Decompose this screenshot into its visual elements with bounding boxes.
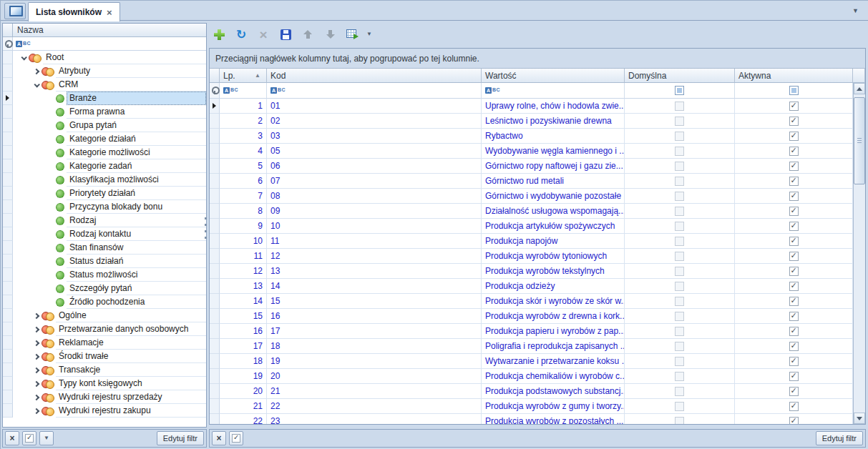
cell-domyslna[interactable] <box>625 234 735 249</box>
scroll-down-button[interactable] <box>854 413 865 424</box>
grid-filter-pin[interactable] <box>210 83 220 99</box>
cell-aktywna[interactable] <box>735 354 853 369</box>
cell-domyslna[interactable] <box>625 339 735 354</box>
tab-overflow-caret-icon[interactable]: ▼ <box>852 7 859 14</box>
tree-filter-input[interactable]: ABC <box>13 37 206 51</box>
tree-filter-clear-button[interactable]: × <box>5 431 19 445</box>
cell-aktywna[interactable] <box>735 99 853 114</box>
table-row[interactable]: 22 23 Produkcja wyrobów z pozostałych ..… <box>210 414 853 424</box>
cell-aktywna[interactable] <box>735 204 853 219</box>
tree-item[interactable]: Transakcje <box>3 363 206 377</box>
cell-domyslna[interactable] <box>625 264 735 279</box>
table-row[interactable]: 12 13 Produkcja wyrobów tekstylnych <box>210 264 853 279</box>
table-row[interactable]: 5 06 Górnictwo ropy naftowej i gazu zie.… <box>210 159 853 174</box>
cell-domyslna[interactable] <box>625 369 735 384</box>
group-by-panel[interactable]: Przeciągnij nagłówek kolumny tutaj, aby … <box>210 49 865 69</box>
table-row[interactable]: 10 11 Produkcja napojów <box>210 234 853 249</box>
table-row[interactable]: 3 03 Rybactwo <box>210 129 853 144</box>
cell-domyslna[interactable] <box>625 384 735 399</box>
expander-chevron-icon[interactable] <box>31 327 42 332</box>
tree-item[interactable]: Wydruki rejestru sprzedaży <box>3 390 206 404</box>
tree-item[interactable]: Wydruki rejestru zakupu <box>3 404 206 418</box>
expander-chevron-icon[interactable] <box>31 409 42 413</box>
tree-item[interactable]: Środki trwałe <box>3 350 206 363</box>
table-row[interactable]: 2 02 Leśnictwo i pozyskiwanie drewna <box>210 114 853 129</box>
table-row[interactable]: 9 10 Produkcja artykułów spożywczych <box>210 219 853 234</box>
tree-item[interactable]: Kategorie możliwości <box>3 146 206 159</box>
filter-input-kod[interactable]: ABC <box>267 83 482 99</box>
cell-aktywna[interactable] <box>735 114 853 129</box>
tree-item[interactable]: Przyczyna blokady bonu <box>3 200 206 214</box>
cell-aktywna[interactable] <box>735 399 853 414</box>
tree-filter-enable-checkbox[interactable] <box>22 431 36 445</box>
cell-aktywna[interactable] <box>735 294 853 309</box>
table-row[interactable]: 13 14 Produkcja odzieży <box>210 279 853 294</box>
cell-aktywna[interactable] <box>735 339 853 354</box>
cell-aktywna[interactable] <box>735 219 853 234</box>
column-header-domyslna[interactable]: Domyślna <box>625 69 735 83</box>
expander-chevron-icon[interactable] <box>31 69 42 74</box>
cell-domyslna[interactable] <box>625 414 735 424</box>
export-caret-button[interactable]: ▼ <box>363 27 376 41</box>
move-down-button[interactable] <box>323 27 336 41</box>
table-row[interactable]: 15 16 Produkcja wyrobów z drewna i kork.… <box>210 309 853 324</box>
cell-aktywna[interactable] <box>735 384 853 399</box>
filter-input-wartosc[interactable]: ABC <box>482 83 625 99</box>
cell-aktywna[interactable] <box>735 174 853 189</box>
cell-domyslna[interactable] <box>625 114 735 129</box>
table-row[interactable]: 11 12 Produkcja wyrobów tytoniowych <box>210 249 853 264</box>
tree-item[interactable]: Reklamacje <box>3 336 206 350</box>
tree-edit-filter-button[interactable]: Edytuj filtr <box>157 431 204 445</box>
column-header-wartosc[interactable]: Wartość <box>482 69 625 83</box>
home-tab-button[interactable] <box>4 3 26 19</box>
tree-item[interactable]: Źródło pochodzenia <box>3 295 206 309</box>
expander-chevron-icon[interactable] <box>31 355 42 359</box>
table-row[interactable]: 17 18 Poligrafia i reprodukcja zapisanyc… <box>210 339 853 354</box>
tree-item[interactable]: Atrybuty <box>3 64 206 78</box>
tree-item[interactable]: Root <box>3 51 206 64</box>
table-row[interactable]: 20 21 Produkcja podstawowych substancj..… <box>210 384 853 399</box>
expander-chevron-icon[interactable] <box>19 56 29 60</box>
tree-item[interactable]: Priorytety działań <box>3 187 206 200</box>
tree-filter-dropdown-button[interactable]: ▼ <box>39 431 54 445</box>
tree-item[interactable]: CRM <box>3 78 206 92</box>
table-row[interactable]: 4 05 Wydobywanie węgla kamiennego i ... <box>210 144 853 159</box>
tree-item[interactable]: Rodzaj kontaktu <box>3 227 206 241</box>
close-tab-icon[interactable]: × <box>107 8 112 17</box>
grid-filter-clear-button[interactable]: × <box>212 431 226 445</box>
filter-checkbox-aktywna[interactable] <box>735 83 853 99</box>
column-header-aktywna[interactable]: Aktywna <box>735 69 853 83</box>
move-up-button[interactable] <box>301 27 314 41</box>
cell-domyslna[interactable] <box>625 309 735 324</box>
cell-domyslna[interactable] <box>625 204 735 219</box>
filter-input-lp[interactable]: ABC <box>220 83 267 99</box>
cell-domyslna[interactable] <box>625 189 735 204</box>
cell-aktywna[interactable] <box>735 234 853 249</box>
cell-domyslna[interactable] <box>625 144 735 159</box>
table-row[interactable]: 6 07 Górnictwo rud metali <box>210 174 853 189</box>
cell-domyslna[interactable] <box>625 294 735 309</box>
cell-domyslna[interactable] <box>625 249 735 264</box>
refresh-button[interactable]: ↻ <box>235 27 248 41</box>
expander-chevron-icon[interactable] <box>31 314 42 318</box>
grid-edit-filter-button[interactable]: Edytuj filtr <box>816 431 863 445</box>
tree-item[interactable]: Szczegóły pytań <box>3 282 206 295</box>
cell-domyslna[interactable] <box>625 279 735 294</box>
table-row[interactable]: 1 01 Uprawy rolne, chów i hodowla zwie..… <box>210 99 853 114</box>
cell-aktywna[interactable] <box>735 159 853 174</box>
cell-aktywna[interactable] <box>735 309 853 324</box>
cell-aktywna[interactable] <box>735 279 853 294</box>
tree-item[interactable]: Typy kont księgowych <box>3 377 206 390</box>
tree-column-header-nazwa[interactable]: Nazwa <box>13 24 206 37</box>
table-row[interactable]: 21 22 Produkcja wyrobów z gumy i tworzy.… <box>210 399 853 414</box>
tree-item[interactable]: Ogólne <box>3 309 206 322</box>
table-row[interactable]: 18 19 Wytwarzanie i przetwarzanie koksu … <box>210 354 853 369</box>
tree-filter-pin[interactable] <box>3 37 13 51</box>
expander-chevron-icon[interactable] <box>31 368 42 372</box>
expander-chevron-icon[interactable] <box>31 395 42 400</box>
vertical-scrollbar[interactable] <box>853 83 865 424</box>
table-row[interactable]: 7 08 Górnictwo i wydobywanie pozostałe <box>210 189 853 204</box>
tree-item[interactable]: Branże <box>3 92 206 105</box>
table-row[interactable]: 8 09 Działalność usługowa wspomagają... <box>210 204 853 219</box>
cell-aktywna[interactable] <box>735 324 853 339</box>
